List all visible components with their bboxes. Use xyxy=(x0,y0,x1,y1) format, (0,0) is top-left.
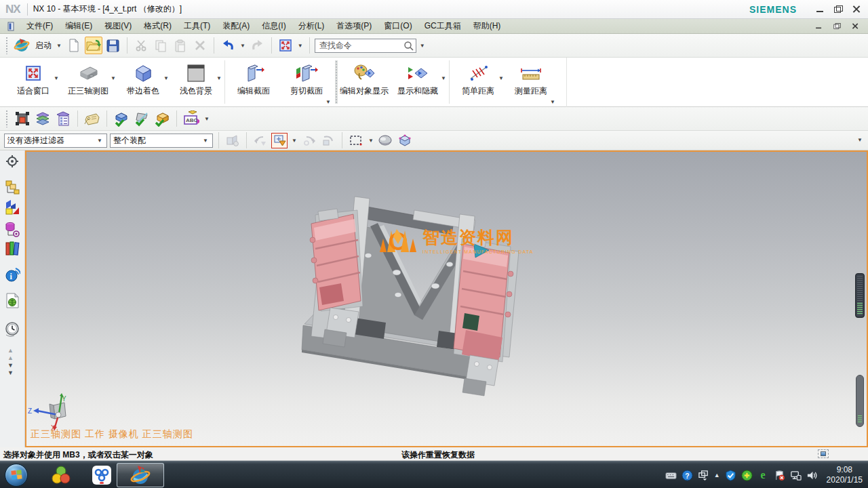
bar-options-arrow[interactable]: ▼ xyxy=(856,137,864,143)
vblock-fixture-model[interactable] xyxy=(295,184,529,400)
dropdown-arrow[interactable]: ▼ xyxy=(441,75,446,81)
tray-action-flag-icon[interactable] xyxy=(774,470,785,481)
menu-gc-toolbox[interactable]: GC工具箱 xyxy=(418,19,467,33)
tray-green-plus-icon[interactable] xyxy=(741,470,753,481)
clip-slider[interactable] xyxy=(855,273,865,318)
menu-assemblies[interactable]: 装配(A) xyxy=(216,19,256,33)
move-component-button[interactable] xyxy=(14,110,31,127)
doc-restore-button[interactable] xyxy=(833,23,840,29)
menu-information[interactable]: 信息(I) xyxy=(256,19,292,33)
assembly-navigator-icon[interactable] xyxy=(5,180,20,195)
tray-network-icon[interactable] xyxy=(790,470,802,481)
dropdown-arrow[interactable]: ▼ xyxy=(111,75,116,81)
edit-object-display-button[interactable]: 编辑对象显示 xyxy=(340,58,389,106)
fit-view-dropdown-arrow[interactable]: ▼ xyxy=(296,43,304,49)
measure-distance-button[interactable]: 测量距离 ▼ xyxy=(505,58,557,106)
edit-section-button[interactable]: 编辑截面 xyxy=(227,58,280,106)
tray-shield-icon[interactable] xyxy=(725,470,736,481)
clip-section-button[interactable]: 剪切截面 ▼ xyxy=(280,58,333,106)
copy-button[interactable] xyxy=(152,37,170,54)
reuse-library-icon[interactable] xyxy=(5,241,20,256)
shaded-with-edges-button[interactable]: 带边着色 ▼ xyxy=(117,58,170,106)
taskbar-netdisk-icon[interactable] xyxy=(92,465,112,485)
start-dropdown-arrow[interactable]: ▼ xyxy=(55,43,63,49)
fit-view-button[interactable] xyxy=(277,37,294,54)
status-view-icon[interactable] xyxy=(818,449,829,458)
filter-reset-button[interactable] xyxy=(320,133,336,148)
command-finder[interactable] xyxy=(315,39,416,53)
annotation-dropdown-arrow[interactable]: ▼ xyxy=(203,116,211,122)
hd3d-info-icon[interactable]: i xyxy=(5,267,20,283)
scroll-up-icon[interactable]: ▲ xyxy=(7,347,14,354)
menu-preferences[interactable]: 首选项(P) xyxy=(330,19,378,33)
snap-sphere-button[interactable] xyxy=(378,133,394,148)
layer-settings-button[interactable] xyxy=(54,110,72,127)
cut-button[interactable] xyxy=(132,37,150,54)
doc-minimize-button[interactable] xyxy=(815,23,822,29)
tray-volume-icon[interactable] xyxy=(806,470,818,481)
scroll-down-icon[interactable]: ▼ xyxy=(7,362,14,369)
menu-tools[interactable]: 工具(T) xyxy=(178,19,216,33)
start-button[interactable] xyxy=(13,37,31,54)
open-file-button[interactable] xyxy=(85,37,102,54)
command-finder-input[interactable] xyxy=(319,41,403,50)
marquee-dropdown-arrow[interactable]: ▼ xyxy=(367,138,375,144)
menu-file[interactable]: 文件(F) xyxy=(20,19,59,33)
layer-stack-button[interactable] xyxy=(34,110,52,127)
taskbar-app-balls-icon[interactable] xyxy=(51,465,71,485)
constraint-navigator-icon[interactable] xyxy=(5,200,20,216)
undo-dropdown-arrow[interactable]: ▼ xyxy=(239,43,247,49)
check-cube-button[interactable] xyxy=(153,110,171,127)
tag-button[interactable] xyxy=(83,110,101,127)
select-assembly-button[interactable] xyxy=(224,133,241,148)
new-file-button[interactable] xyxy=(65,37,83,54)
minimize-button[interactable] xyxy=(816,5,825,13)
combo-dropdown-arrow[interactable]: ▼ xyxy=(96,138,104,144)
paste-button[interactable] xyxy=(172,37,189,54)
start-orb[interactable] xyxy=(5,464,28,487)
simple-distance-button[interactable]: 简单距离 ▼ xyxy=(452,58,505,106)
menu-window[interactable]: 窗口(O) xyxy=(378,19,418,33)
roles-gear-icon[interactable] xyxy=(5,154,20,169)
annotation-prefs-button[interactable]: ABC xyxy=(182,110,200,127)
dropdown-arrow[interactable]: ▼ xyxy=(216,75,222,81)
graphics-window[interactable]: 智造资料网 INTELLIGENT MANUFACTURING DATA Y Z… xyxy=(25,150,868,447)
filter-dropdown-arrow[interactable]: ▼ xyxy=(290,138,298,144)
web-browser-icon[interactable] xyxy=(5,293,20,308)
close-button[interactable] xyxy=(852,5,861,13)
clip-slider-handle[interactable] xyxy=(856,375,864,427)
delete-button[interactable] xyxy=(191,37,209,54)
tray-windows-stack-icon[interactable] xyxy=(698,470,709,481)
dropdown-arrow[interactable]: ▼ xyxy=(326,99,331,105)
scroll-up-icon[interactable]: ▲ xyxy=(7,354,14,362)
filter-active-button[interactable] xyxy=(271,133,288,148)
check-block-button[interactable] xyxy=(113,110,130,127)
light-background-button[interactable]: 浅色背景 ▼ xyxy=(170,58,222,106)
selection-scope-combo[interactable]: 整个装配 ▼ xyxy=(110,134,213,148)
menu-format[interactable]: 格式(R) xyxy=(138,19,178,33)
menu-analysis[interactable]: 分析(L) xyxy=(292,19,331,33)
start-label[interactable]: 启动 xyxy=(33,40,53,52)
toolbar-drag-handle[interactable] xyxy=(5,37,8,54)
show-hide-button[interactable]: 显示和隐藏 ▼ xyxy=(389,58,447,106)
menu-view[interactable]: 视图(V) xyxy=(98,19,138,33)
restore-button[interactable] xyxy=(834,5,843,13)
tray-help-icon[interactable]: ? xyxy=(682,470,693,481)
menu-help[interactable]: 帮助(H) xyxy=(467,19,507,33)
tray-keyboard-icon[interactable] xyxy=(665,470,677,481)
toolbar-drag-handle[interactable] xyxy=(5,110,8,127)
taskbar-clock[interactable]: 9:08 2020/1/15 xyxy=(823,465,863,485)
marquee-select-button[interactable] xyxy=(348,133,364,148)
save-button[interactable] xyxy=(104,37,122,54)
snap-cube-button[interactable] xyxy=(397,133,413,148)
dropdown-arrow[interactable]: ▼ xyxy=(54,75,59,81)
redo-button[interactable] xyxy=(249,37,267,54)
filter-forward-button[interactable] xyxy=(301,133,317,148)
dropdown-arrow[interactable]: ▼ xyxy=(498,75,504,81)
scroll-down-icon[interactable]: ▼ xyxy=(7,369,14,377)
part-navigator-icon[interactable] xyxy=(5,222,20,237)
filter-back-button[interactable] xyxy=(252,133,269,148)
history-clock-icon[interactable] xyxy=(5,322,20,338)
fit-window-button[interactable]: 适合窗口 ▼ xyxy=(7,58,60,106)
finder-dropdown-arrow[interactable]: ▼ xyxy=(418,43,427,49)
